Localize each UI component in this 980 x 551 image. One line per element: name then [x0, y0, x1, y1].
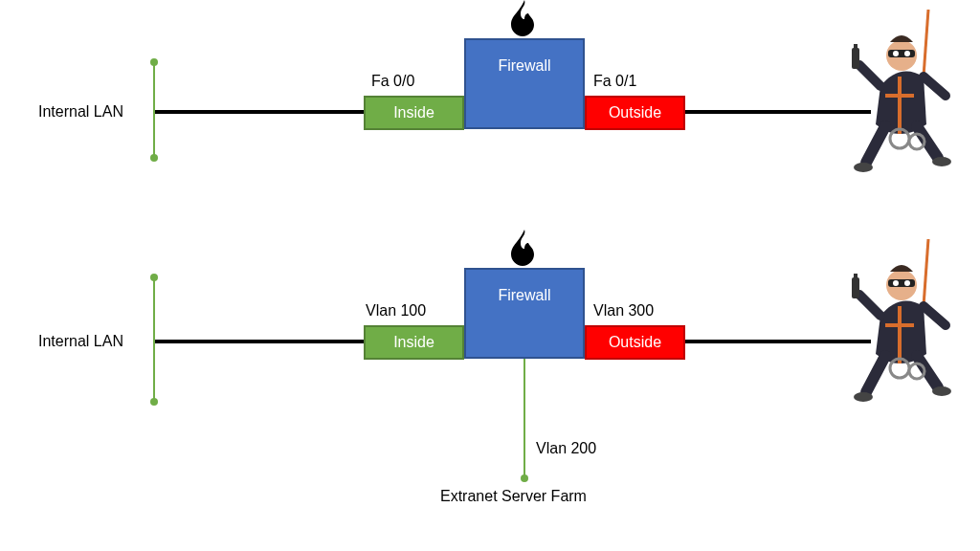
bot-intruder-illustration — [842, 239, 957, 411]
top-inside-box: Inside — [364, 96, 464, 130]
top-inside-text: Inside — [393, 104, 434, 121]
top-outside-text: Outside — [609, 104, 661, 121]
top-right-port-label: Fa 0/1 — [593, 73, 636, 90]
top-flame-icon — [501, 0, 547, 42]
svg-point-4 — [904, 51, 910, 56]
svg-point-14 — [893, 280, 899, 286]
bot-inside-box: Inside — [364, 325, 464, 360]
top-intruder-illustration — [842, 10, 957, 182]
svg-point-8 — [932, 157, 951, 166]
svg-rect-6 — [854, 44, 858, 50]
svg-rect-5 — [852, 48, 859, 69]
bot-flame-icon — [501, 226, 547, 272]
svg-rect-2 — [888, 50, 915, 57]
top-outside-box: Outside — [585, 96, 685, 130]
svg-point-15 — [904, 280, 910, 286]
top-lan-vline — [153, 62, 155, 158]
bot-outside-text: Outside — [609, 334, 661, 351]
bot-lan-label: Internal LAN — [38, 333, 123, 350]
top-firewall-box: Firewall — [464, 38, 585, 129]
bot-firewall-box: Firewall — [464, 268, 585, 359]
bot-left-port-label: Vlan 100 — [366, 302, 426, 320]
svg-rect-16 — [852, 277, 859, 298]
bot-right-port-label: Vlan 300 — [593, 302, 654, 320]
bot-firewall-text: Firewall — [498, 287, 550, 304]
top-lan-label: Internal LAN — [38, 103, 123, 121]
bot-lan-vline — [153, 277, 155, 402]
bot-extranet-label: Extranet Server Farm — [440, 488, 587, 505]
bot-outside-box: Outside — [585, 325, 685, 360]
svg-point-7 — [854, 163, 873, 172]
svg-line-11 — [924, 239, 928, 306]
diagram-canvas: Internal LAN Inside Fa 0/0 Firewall Outs… — [0, 0, 980, 551]
svg-line-0 — [924, 10, 928, 77]
svg-point-18 — [854, 392, 873, 402]
svg-point-19 — [932, 386, 951, 396]
top-firewall-text: Firewall — [498, 57, 550, 75]
bot-extranet-vline — [523, 359, 525, 478]
bot-down-port-label: Vlan 200 — [536, 440, 596, 457]
svg-rect-17 — [854, 274, 858, 279]
svg-rect-13 — [888, 279, 915, 287]
bot-inside-text: Inside — [393, 334, 434, 351]
svg-point-3 — [893, 51, 899, 56]
top-left-port-label: Fa 0/0 — [371, 73, 414, 90]
